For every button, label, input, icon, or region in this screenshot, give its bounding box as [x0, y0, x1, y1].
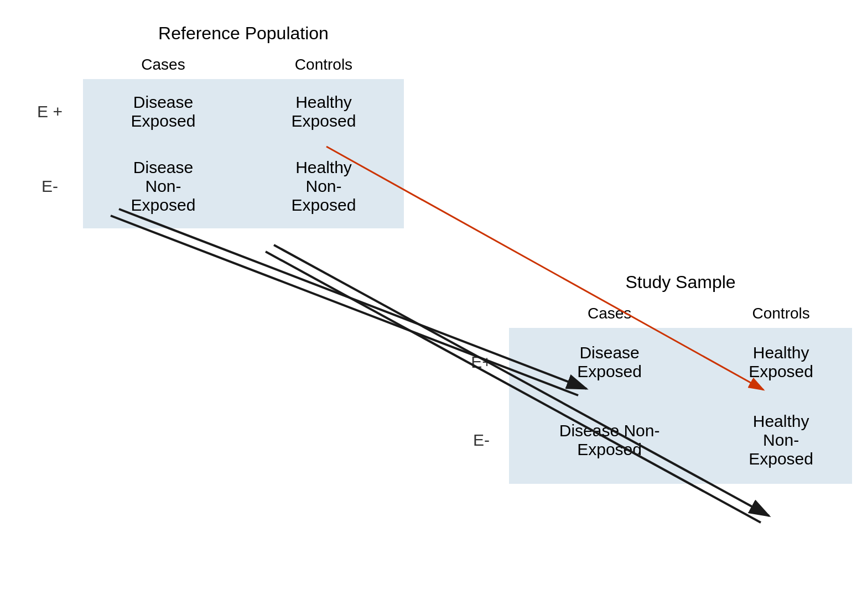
study-subheader-row: Cases Controls [454, 299, 852, 328]
study-controls-header: Controls [710, 299, 852, 328]
study-row1-label: E+ [454, 328, 509, 396]
ref-row2-col1: DiseaseNon-Exposed [83, 144, 243, 228]
study-row2-col2: HealthyNon-Exposed [710, 396, 852, 484]
main-container: Reference Population Cases Controls E + … [0, 0, 862, 616]
study-main-header: Study Sample [509, 265, 852, 299]
ref-row1-label: E + [17, 79, 83, 144]
study-header-row: Study Sample [454, 265, 852, 299]
study-sub-empty [454, 299, 509, 328]
study-row1-col2: HealthyExposed [710, 328, 852, 396]
study-header-empty [454, 265, 509, 299]
ref-controls-header: Controls [243, 50, 404, 79]
ref-row2-label: E- [17, 144, 83, 228]
ref-subheader-row: Cases Controls [17, 50, 404, 79]
ref-row1-col1: DiseaseExposed [83, 79, 243, 144]
ref-main-header: Reference Population [83, 17, 404, 50]
study-row1: E+ DiseaseExposed HealthyExposed [454, 328, 852, 396]
ref-header-row: Reference Population [17, 17, 404, 50]
ref-cases-header: Cases [83, 50, 243, 79]
study-row2-col1: Disease Non-Exposed [509, 396, 710, 484]
ref-row2-col2: HealthyNon-Exposed [243, 144, 404, 228]
study-table: Study Sample Cases Controls E+ DiseaseEx… [454, 265, 852, 484]
ref-header-empty [17, 17, 83, 50]
study-row1-col1: DiseaseExposed [509, 328, 710, 396]
study-row2: E- Disease Non-Exposed HealthyNon-Expose… [454, 396, 852, 484]
study-cases-header: Cases [509, 299, 710, 328]
ref-row1-col2: HealthyExposed [243, 79, 404, 144]
study-row2-label: E- [454, 396, 509, 484]
ref-row2: E- DiseaseNon-Exposed HealthyNon-Exposed [17, 144, 404, 228]
ref-sub-empty [17, 50, 83, 79]
reference-table: Reference Population Cases Controls E + … [17, 17, 404, 228]
ref-row1: E + DiseaseExposed HealthyExposed [17, 79, 404, 144]
